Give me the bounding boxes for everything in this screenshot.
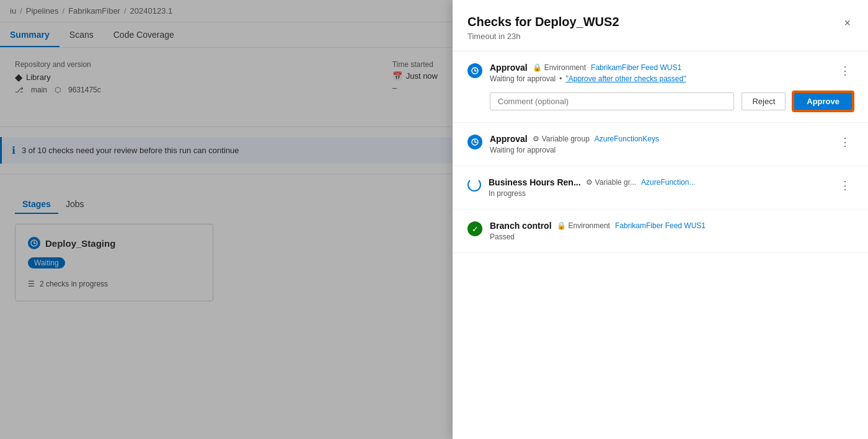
check-type-label-4: Environment bbox=[569, 221, 610, 230]
check-quote-link-1[interactable]: "Approve after other checks passed" bbox=[565, 74, 686, 83]
check-status-text-2: Waiting for approval bbox=[490, 146, 556, 154]
approval-actions-1: Reject Approve bbox=[490, 92, 853, 111]
approve-button[interactable]: Approve bbox=[793, 92, 853, 111]
check-link-branch-control[interactable]: FabrikamFiber Feed WUS1 bbox=[615, 221, 706, 230]
checks-panel: Checks for Deploy_WUS2 Timeout in 23h × … bbox=[453, 0, 868, 439]
check-status-text-4: Passed bbox=[490, 233, 515, 241]
close-panel-button[interactable]: × bbox=[841, 15, 853, 31]
panel-header: Checks for Deploy_WUS2 Timeout in 23h × bbox=[453, 0, 868, 51]
vargroup-icon-3: ⚙ bbox=[586, 178, 593, 187]
check-name-approval-1: Approval bbox=[490, 63, 528, 73]
check-item-business-hours: Business Hours Ren... ⚙ Variable gr... A… bbox=[453, 166, 868, 210]
check-item-branch-control: ✓ Branch control 🔒 Environment FabrikamF… bbox=[453, 210, 868, 253]
check-icon-progress bbox=[467, 178, 481, 192]
check-type-approval-1: 🔒 Environment bbox=[533, 63, 586, 72]
check-status-text-3: In progress bbox=[489, 189, 526, 198]
env-icon-4: 🔒 bbox=[557, 221, 566, 230]
check-type-branch-control: 🔒 Environment bbox=[557, 221, 610, 230]
panel-subtitle: Timeout in 23h bbox=[467, 32, 619, 41]
check-type-approval-2: ⚙ Variable group bbox=[533, 135, 590, 143]
check-icon-waiting-2 bbox=[467, 135, 482, 149]
check-bullet-1: • bbox=[559, 74, 562, 83]
check-item-approval-2: Approval ⚙ Variable group AzureFunctionK… bbox=[453, 123, 868, 166]
check-menu-button-1[interactable]: ⋮ bbox=[837, 63, 853, 79]
check-status-approval-1: Waiting for approval • "Approve after ot… bbox=[490, 74, 830, 83]
check-link-approval-2[interactable]: AzureFunctionKeys bbox=[595, 135, 659, 143]
check-status-approval-2: Waiting for approval bbox=[490, 146, 830, 154]
check-item-approval-1: Approval 🔒 Environment FabrikamFiber Fee… bbox=[453, 51, 868, 123]
check-status-text-1: Waiting for approval bbox=[490, 74, 556, 83]
check-link-business-hours[interactable]: AzureFunction... bbox=[641, 178, 695, 187]
reject-button[interactable]: Reject bbox=[742, 92, 786, 110]
check-icon-passed: ✓ bbox=[467, 221, 482, 236]
vargroup-icon-2: ⚙ bbox=[533, 135, 539, 143]
check-type-label-2: Variable group bbox=[542, 135, 590, 143]
check-name-branch-control: Branch control bbox=[490, 221, 552, 231]
env-icon-1: 🔒 bbox=[533, 63, 542, 72]
check-type-label-1: Environment bbox=[544, 63, 586, 72]
panel-title: Checks for Deploy_WUS2 bbox=[467, 15, 619, 29]
comment-input[interactable] bbox=[490, 92, 734, 110]
check-link-approval-1[interactable]: FabrikamFiber Feed WUS1 bbox=[591, 63, 681, 72]
check-type-label-3: Variable gr... bbox=[595, 178, 636, 187]
panel-body: Approval 🔒 Environment FabrikamFiber Fee… bbox=[453, 51, 868, 439]
check-menu-button-2[interactable]: ⋮ bbox=[837, 134, 853, 150]
check-icon-waiting-1 bbox=[467, 63, 482, 78]
check-name-approval-2: Approval bbox=[490, 134, 528, 144]
check-status-business-hours: In progress bbox=[489, 189, 830, 198]
check-status-branch-control: Passed bbox=[490, 233, 853, 241]
check-menu-button-3[interactable]: ⋮ bbox=[837, 177, 853, 193]
check-name-business-hours: Business Hours Ren... bbox=[489, 177, 581, 187]
check-type-business-hours: ⚙ Variable gr... bbox=[586, 178, 636, 187]
